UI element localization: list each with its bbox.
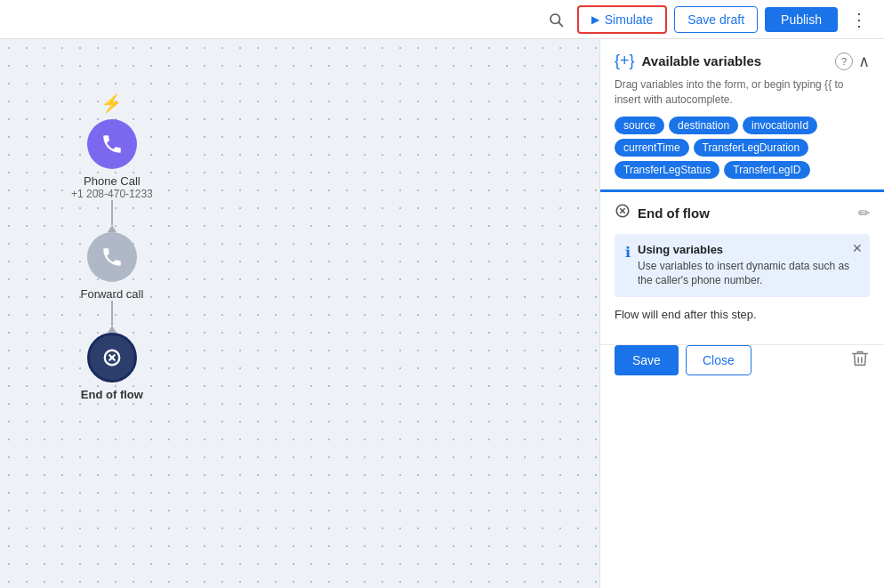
connector-1 [111,200,113,225]
trigger-icon: ⚡ [100,93,123,114]
info-banner-description: Use variables to insert dynamic data suc… [638,259,859,289]
info-icon: ℹ [625,244,631,261]
variable-tag[interactable]: TransferLegStatus [615,161,719,179]
save-panel-button[interactable]: Save [615,345,679,375]
phone-call-sublabel: +1 208-470-1233 [71,188,153,200]
forward-call-node[interactable]: Forward call [80,232,143,301]
connector-2 [111,301,113,326]
variable-tag[interactable]: invocationId [743,117,817,134]
right-panel: {+} Available variables ? ∧ Drag variabl… [599,39,884,588]
phone-node-circle[interactable] [87,119,137,169]
flow-canvas[interactable]: ⚡ Phone Call +1 208-470-1233 [0,39,599,588]
eof-title-row: End of flow [615,203,710,223]
flow-container: ⚡ Phone Call +1 208-470-1233 [71,93,153,401]
variables-icon: {+} [615,52,635,70]
save-draft-button[interactable]: Save draft [674,6,758,33]
variable-tag[interactable]: TransferLegDuration [694,139,809,157]
search-icon[interactable] [542,5,570,34]
delete-icon[interactable] [850,349,870,373]
publish-label: Publish [781,12,822,27]
play-icon: ▶ [591,13,599,26]
more-options-icon[interactable]: ⋮ [845,5,873,34]
variables-description: Drag variables into the form, or begin t… [615,77,870,108]
variables-title-row: {+} Available variables [615,52,761,70]
phone-call-label: Phone Call [84,174,141,188]
simulate-button[interactable]: ▶ Simulate [577,5,667,34]
variables-header: {+} Available variables ? ∧ [615,52,870,70]
eof-header: End of flow ✏ [615,203,870,223]
eof-icon [615,203,631,223]
action-buttons: Save Close [615,345,751,375]
arrow-2 [108,326,117,333]
simulate-label: Simulate [605,12,653,27]
eof-title: End of flow [638,205,710,221]
help-icon[interactable]: ? [835,52,853,70]
toolbar: ▶ Simulate Save draft Publish ⋮ [0,0,884,39]
publish-button[interactable]: Publish [765,7,838,32]
forward-node-circle[interactable] [87,232,137,282]
variables-tags-row: sourcedestinationinvocationIdcurrentTime… [615,117,870,179]
info-content: Using variables Use variables to insert … [638,243,859,289]
end-of-flow-node[interactable]: End of flow [81,333,143,401]
save-draft-label: Save draft [687,12,744,27]
end-of-flow-label: End of flow [81,388,143,401]
variable-tag[interactable]: source [615,117,664,134]
main-area: ⚡ Phone Call +1 208-470-1233 [0,39,884,588]
forward-call-label: Forward call [80,287,143,301]
flow-end-text: Flow will end after this step. [615,308,870,321]
info-banner-title: Using variables [638,243,859,256]
end-node-circle[interactable] [87,333,137,383]
action-row: Save Close [600,345,884,388]
collapse-button[interactable]: ∧ [858,53,870,69]
edit-icon[interactable]: ✏ [858,205,870,222]
info-close-icon[interactable]: ✕ [852,241,863,255]
eof-section: End of flow ✏ ℹ Using variables Use vari… [600,192,884,346]
variable-tag[interactable]: destination [669,117,738,134]
variables-actions: ? ∧ [835,52,870,70]
variable-tag[interactable]: currentTime [615,139,689,157]
svg-line-1 [559,22,562,26]
arrow-1 [108,225,117,232]
close-panel-button[interactable]: Close [686,345,751,375]
info-banner: ℹ Using variables Use variables to inser… [615,234,870,298]
phone-call-node[interactable]: Phone Call +1 208-470-1233 [71,119,153,200]
variable-tag[interactable]: TransferLegID [724,161,809,179]
variables-section: {+} Available variables ? ∧ Drag variabl… [600,39,884,192]
variables-title: Available variables [642,53,762,68]
